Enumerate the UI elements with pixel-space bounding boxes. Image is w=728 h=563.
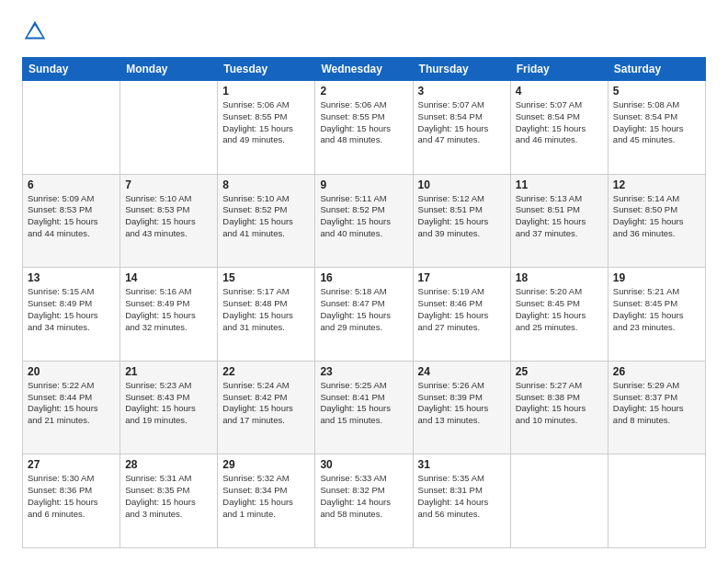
- day-cell: [510, 454, 608, 548]
- day-cell: 12Sunrise: 5:14 AM Sunset: 8:50 PM Dayli…: [608, 174, 705, 268]
- day-cell: 6Sunrise: 5:09 AM Sunset: 8:53 PM Daylig…: [23, 174, 120, 268]
- day-info: Sunrise: 5:21 AM Sunset: 8:45 PM Dayligh…: [613, 286, 700, 333]
- day-cell: 20Sunrise: 5:22 AM Sunset: 8:44 PM Dayli…: [23, 361, 120, 454]
- day-info: Sunrise: 5:13 AM Sunset: 8:51 PM Dayligh…: [516, 193, 603, 240]
- logo: [22, 18, 51, 44]
- day-number: 9: [320, 178, 407, 191]
- day-number: 22: [222, 365, 310, 378]
- day-number: 30: [320, 458, 407, 471]
- day-cell: 10Sunrise: 5:12 AM Sunset: 8:51 PM Dayli…: [413, 174, 510, 268]
- week-row-4: 27Sunrise: 5:30 AM Sunset: 8:36 PM Dayli…: [23, 454, 706, 548]
- day-number: 29: [222, 458, 310, 471]
- day-info: Sunrise: 5:06 AM Sunset: 8:55 PM Dayligh…: [320, 99, 407, 146]
- day-info: Sunrise: 5:25 AM Sunset: 8:41 PM Dayligh…: [320, 380, 407, 427]
- day-number: 13: [28, 271, 115, 284]
- day-number: 15: [222, 271, 310, 284]
- day-number: 23: [320, 365, 407, 378]
- day-number: 11: [516, 178, 603, 191]
- day-info: Sunrise: 5:15 AM Sunset: 8:49 PM Dayligh…: [28, 286, 115, 333]
- week-row-1: 6Sunrise: 5:09 AM Sunset: 8:53 PM Daylig…: [23, 174, 706, 268]
- header: [22, 18, 706, 44]
- day-number: 24: [418, 365, 506, 378]
- day-info: Sunrise: 5:14 AM Sunset: 8:50 PM Dayligh…: [613, 193, 700, 240]
- page: SundayMondayTuesdayWednesdayThursdayFrid…: [0, 0, 728, 563]
- day-info: Sunrise: 5:10 AM Sunset: 8:52 PM Dayligh…: [222, 193, 310, 240]
- day-info: Sunrise: 5:33 AM Sunset: 8:32 PM Dayligh…: [320, 473, 407, 520]
- day-number: 16: [320, 271, 407, 284]
- day-number: 20: [28, 365, 115, 378]
- day-cell: [120, 81, 218, 175]
- day-cell: 18Sunrise: 5:20 AM Sunset: 8:45 PM Dayli…: [510, 268, 608, 362]
- day-number: 26: [613, 365, 700, 378]
- day-number: 12: [613, 178, 700, 191]
- day-cell: 15Sunrise: 5:17 AM Sunset: 8:48 PM Dayli…: [218, 268, 315, 362]
- day-info: Sunrise: 5:20 AM Sunset: 8:45 PM Dayligh…: [516, 286, 603, 333]
- col-header-wednesday: Wednesday: [315, 58, 413, 81]
- day-info: Sunrise: 5:07 AM Sunset: 8:54 PM Dayligh…: [516, 99, 603, 146]
- col-header-friday: Friday: [510, 58, 608, 81]
- day-number: 17: [418, 271, 506, 284]
- day-cell: 26Sunrise: 5:29 AM Sunset: 8:37 PM Dayli…: [608, 361, 705, 454]
- day-info: Sunrise: 5:35 AM Sunset: 8:31 PM Dayligh…: [418, 473, 506, 520]
- day-number: 19: [613, 271, 700, 284]
- day-cell: 2Sunrise: 5:06 AM Sunset: 8:55 PM Daylig…: [315, 81, 413, 175]
- day-cell: 28Sunrise: 5:31 AM Sunset: 8:35 PM Dayli…: [120, 454, 218, 548]
- day-cell: 9Sunrise: 5:11 AM Sunset: 8:52 PM Daylig…: [315, 174, 413, 268]
- header-row: SundayMondayTuesdayWednesdayThursdayFrid…: [23, 58, 706, 81]
- day-cell: 17Sunrise: 5:19 AM Sunset: 8:46 PM Dayli…: [413, 268, 510, 362]
- week-row-3: 20Sunrise: 5:22 AM Sunset: 8:44 PM Dayli…: [23, 361, 706, 454]
- day-number: 8: [222, 178, 310, 191]
- day-info: Sunrise: 5:08 AM Sunset: 8:54 PM Dayligh…: [613, 99, 700, 146]
- col-header-thursday: Thursday: [413, 58, 510, 81]
- day-number: 21: [125, 365, 212, 378]
- col-header-tuesday: Tuesday: [218, 58, 315, 81]
- col-header-monday: Monday: [120, 58, 218, 81]
- day-cell: 29Sunrise: 5:32 AM Sunset: 8:34 PM Dayli…: [218, 454, 315, 548]
- day-number: 27: [28, 458, 115, 471]
- day-cell: 22Sunrise: 5:24 AM Sunset: 8:42 PM Dayli…: [218, 361, 315, 454]
- day-number: 28: [125, 458, 212, 471]
- day-info: Sunrise: 5:27 AM Sunset: 8:38 PM Dayligh…: [516, 380, 603, 427]
- day-cell: 11Sunrise: 5:13 AM Sunset: 8:51 PM Dayli…: [510, 174, 608, 268]
- day-cell: 7Sunrise: 5:10 AM Sunset: 8:53 PM Daylig…: [120, 174, 218, 268]
- day-number: 7: [125, 178, 212, 191]
- day-number: 18: [516, 271, 603, 284]
- day-cell: 1Sunrise: 5:06 AM Sunset: 8:55 PM Daylig…: [218, 81, 315, 175]
- day-info: Sunrise: 5:24 AM Sunset: 8:42 PM Dayligh…: [222, 380, 310, 427]
- day-cell: 25Sunrise: 5:27 AM Sunset: 8:38 PM Dayli…: [510, 361, 608, 454]
- col-header-saturday: Saturday: [608, 58, 705, 81]
- day-info: Sunrise: 5:23 AM Sunset: 8:43 PM Dayligh…: [125, 380, 212, 427]
- day-number: 25: [516, 365, 603, 378]
- day-info: Sunrise: 5:31 AM Sunset: 8:35 PM Dayligh…: [125, 473, 212, 520]
- day-cell: 8Sunrise: 5:10 AM Sunset: 8:52 PM Daylig…: [218, 174, 315, 268]
- day-info: Sunrise: 5:30 AM Sunset: 8:36 PM Dayligh…: [28, 473, 115, 520]
- day-number: 1: [222, 85, 310, 98]
- day-info: Sunrise: 5:26 AM Sunset: 8:39 PM Dayligh…: [418, 380, 506, 427]
- calendar-header: SundayMondayTuesdayWednesdayThursdayFrid…: [23, 58, 706, 81]
- day-number: 2: [320, 85, 407, 98]
- day-info: Sunrise: 5:29 AM Sunset: 8:37 PM Dayligh…: [613, 380, 700, 427]
- day-cell: 16Sunrise: 5:18 AM Sunset: 8:47 PM Dayli…: [315, 268, 413, 362]
- day-cell: 4Sunrise: 5:07 AM Sunset: 8:54 PM Daylig…: [510, 81, 608, 175]
- day-cell: 5Sunrise: 5:08 AM Sunset: 8:54 PM Daylig…: [608, 81, 705, 175]
- calendar-table: SundayMondayTuesdayWednesdayThursdayFrid…: [22, 57, 706, 548]
- week-row-2: 13Sunrise: 5:15 AM Sunset: 8:49 PM Dayli…: [23, 268, 706, 362]
- day-number: 31: [418, 458, 506, 471]
- day-number: 4: [516, 85, 603, 98]
- day-cell: 21Sunrise: 5:23 AM Sunset: 8:43 PM Dayli…: [120, 361, 218, 454]
- col-header-sunday: Sunday: [23, 58, 120, 81]
- day-info: Sunrise: 5:18 AM Sunset: 8:47 PM Dayligh…: [320, 286, 407, 333]
- day-cell: 14Sunrise: 5:16 AM Sunset: 8:49 PM Dayli…: [120, 268, 218, 362]
- day-cell: 24Sunrise: 5:26 AM Sunset: 8:39 PM Dayli…: [413, 361, 510, 454]
- day-number: 10: [418, 178, 506, 191]
- day-cell: 3Sunrise: 5:07 AM Sunset: 8:54 PM Daylig…: [413, 81, 510, 175]
- day-cell: [608, 454, 705, 548]
- day-info: Sunrise: 5:11 AM Sunset: 8:52 PM Dayligh…: [320, 193, 407, 240]
- logo-icon: [22, 18, 48, 44]
- day-cell: 27Sunrise: 5:30 AM Sunset: 8:36 PM Dayli…: [23, 454, 120, 548]
- day-number: 3: [418, 85, 506, 98]
- day-cell: [23, 81, 120, 175]
- day-cell: 31Sunrise: 5:35 AM Sunset: 8:31 PM Dayli…: [413, 454, 510, 548]
- day-number: 6: [28, 178, 115, 191]
- day-number: 14: [125, 271, 212, 284]
